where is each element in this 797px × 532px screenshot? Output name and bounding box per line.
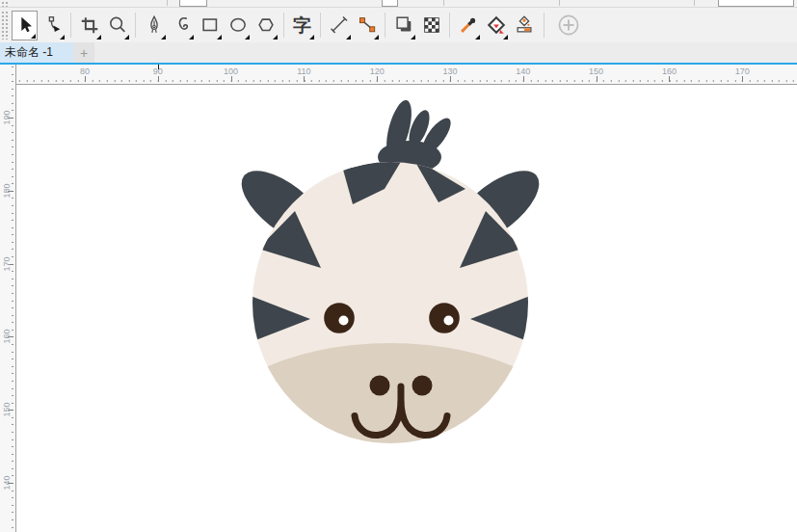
toolbar-separator	[385, 13, 385, 38]
application-window: 字 未命名 -1 + 8090100110120130140150160170 …	[0, 0, 797, 532]
flyout-arrow-icon[interactable]	[189, 35, 194, 40]
h-ruler-major-tick	[742, 76, 743, 82]
flyout-arrow-icon[interactable]	[411, 35, 415, 40]
pen-icon	[144, 13, 165, 37]
pen-tool[interactable]	[141, 11, 167, 40]
new-document-tab-button[interactable]: +	[73, 42, 94, 63]
flyout-arrow-icon[interactable]	[217, 35, 222, 40]
toolbar-grip-dots	[1, 1, 8, 7]
left-nostril[interactable]	[370, 376, 390, 396]
plus-circle-icon	[556, 13, 581, 38]
h-ruler-major-tick	[523, 76, 524, 82]
toolbar-separator	[449, 13, 450, 38]
v-ruler-label: 190	[1, 107, 13, 128]
horizontal-ruler-minor-ticks	[16, 80, 797, 82]
cow-face-artwork[interactable]	[16, 85, 797, 532]
v-ruler-label: 150	[1, 399, 13, 420]
flyout-arrow-icon[interactable]	[374, 35, 379, 40]
flyout-arrow-icon[interactable]	[503, 35, 508, 40]
muzzle[interactable]	[198, 343, 583, 532]
smart-fill-icon	[514, 13, 535, 37]
h-ruler-major-tick	[377, 76, 378, 82]
property-bar-combobox-fragment	[179, 0, 207, 7]
color-eyedropper-tool[interactable]	[455, 11, 481, 40]
flyout-arrow-icon[interactable]	[124, 35, 129, 40]
flyout-arrow-icon[interactable]	[60, 35, 65, 40]
connector-tool[interactable]	[354, 11, 380, 40]
h-ruler-label: 110	[297, 66, 310, 76]
pick-tool[interactable]	[12, 11, 38, 40]
flyout-arrow-icon[interactable]	[245, 35, 250, 40]
eyedropper-icon	[458, 13, 479, 37]
right-eye[interactable]	[429, 303, 460, 333]
property-bar-combobox-fragment	[718, 0, 794, 7]
h-ruler-label: 130	[442, 66, 457, 76]
vertical-ruler-minor-ticks	[12, 65, 13, 532]
rectangle-tool[interactable]	[197, 11, 223, 40]
property-bar-separator	[559, 0, 560, 6]
dimension-icon	[329, 13, 350, 37]
flyout-arrow-icon[interactable]	[346, 35, 351, 40]
shape-icon	[42, 13, 64, 37]
bspline-tool[interactable]	[169, 11, 195, 40]
flyout-arrow-icon[interactable]	[273, 35, 278, 40]
vertical-ruler[interactable]: 190180170160150140	[0, 65, 16, 532]
drawing-page[interactable]	[16, 85, 797, 532]
polygon-tool[interactable]	[252, 11, 279, 40]
crop-tool[interactable]	[76, 11, 102, 40]
h-ruler-label: 150	[589, 66, 603, 76]
h-ruler-label: 80	[80, 66, 90, 76]
h-ruler-label: 100	[224, 66, 238, 76]
ellipse-tool[interactable]	[225, 11, 251, 40]
property-bar-separator	[694, 0, 695, 6]
left-eye-highlight	[339, 316, 349, 326]
h-ruler-major-tick	[231, 76, 232, 82]
bspline-icon	[172, 13, 193, 37]
v-ruler-label: 180	[1, 180, 13, 201]
transparency-tool[interactable]	[418, 11, 444, 40]
ellipse-icon	[227, 13, 249, 37]
toolbar-separator	[320, 13, 321, 38]
connector-icon	[357, 13, 378, 37]
shape-tool[interactable]	[40, 11, 66, 40]
contour-tool[interactable]	[390, 11, 416, 40]
h-ruler-major-tick	[669, 76, 670, 82]
flyout-arrow-icon[interactable]	[161, 35, 166, 40]
flyout-arrow-icon[interactable]	[96, 35, 101, 40]
toolbar-grip-dots	[1, 11, 8, 40]
right-nostril[interactable]	[412, 376, 433, 396]
plus-icon: +	[80, 45, 88, 61]
h-ruler-major-tick	[85, 76, 86, 82]
v-ruler-label: 140	[1, 472, 13, 493]
text-tool[interactable]: 字	[289, 11, 315, 40]
property-bar-combobox-fragment	[382, 0, 398, 7]
ruler-cursor-position-marker	[158, 65, 159, 69]
zoom-tool[interactable]	[104, 11, 130, 40]
v-ruler-label: 170	[1, 253, 13, 275]
right-eye-highlight	[444, 316, 454, 326]
flyout-arrow-icon[interactable]	[309, 35, 314, 40]
zoom-icon	[107, 13, 128, 37]
h-ruler-label: 120	[370, 66, 385, 76]
add-tool-button[interactable]	[555, 11, 581, 40]
toolbar-separator	[544, 13, 545, 38]
toolbar-separator	[283, 13, 284, 38]
dimension-tool[interactable]	[326, 11, 352, 40]
left-eye[interactable]	[324, 303, 355, 333]
horizontal-ruler[interactable]: 8090100110120130140150160170	[16, 65, 797, 85]
toolbar-separator	[135, 13, 136, 38]
h-ruler-label: 160	[662, 66, 677, 76]
document-tab-bar: 未命名 -1 +	[0, 42, 797, 63]
property-bar-fragment	[0, 0, 797, 8]
h-ruler-major-tick	[597, 76, 598, 82]
interactive-fill-tool[interactable]	[483, 11, 509, 40]
document-tab-untitled[interactable]: 未命名 -1	[0, 42, 73, 63]
property-bar-separator	[167, 0, 168, 6]
flyout-arrow-icon[interactable]	[475, 35, 480, 40]
flyout-arrow-icon[interactable]	[31, 34, 36, 39]
document-tab-label: 未命名 -1	[5, 44, 53, 61]
crop-icon	[79, 13, 100, 37]
transparency-icon	[421, 13, 442, 37]
smart-fill-tool[interactable]	[511, 11, 537, 40]
toolbox: 字	[0, 8, 797, 42]
